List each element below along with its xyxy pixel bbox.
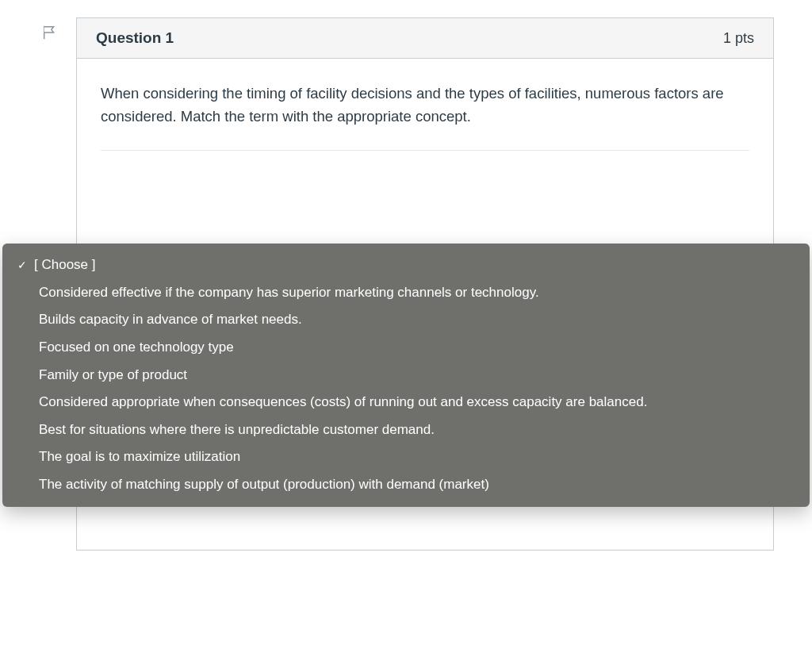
question-points: 1 pts [723, 30, 754, 47]
dropdown-option-label: Family or type of product [34, 366, 795, 386]
dropdown-option-label: The goal is to maximize utilization [34, 447, 795, 467]
dropdown-option-label: Considered appropriate when consequences… [34, 393, 795, 412]
dropdown-option[interactable]: Focused on one technology type [13, 334, 799, 362]
dropdown-option-label: Focused on one technology type [34, 338, 795, 358]
dropdown-option-label: Considered effective if the company has … [34, 283, 795, 303]
flag-icon[interactable] [41, 24, 59, 44]
dropdown-option-choose[interactable]: ✓ [ Choose ] [13, 251, 799, 279]
dropdown-option[interactable]: Considered appropriate when consequences… [13, 389, 799, 416]
dropdown-option[interactable]: Best for situations where there is unpre… [13, 416, 799, 444]
dropdown-option[interactable]: Family or type of product [13, 362, 799, 389]
dropdown-option-label: Best for situations where there is unpre… [34, 420, 795, 440]
dropdown-option[interactable]: Considered effective if the company has … [13, 279, 799, 307]
dropdown-option-label: Builds capacity in advance of market nee… [34, 310, 795, 330]
check-icon: ✓ [17, 257, 28, 273]
dropdown-option-label: [ Choose ] [34, 255, 795, 275]
dropdown-menu[interactable]: ✓ [ Choose ] Considered effective if the… [2, 244, 810, 507]
question-header: Question 1 1 pts [77, 18, 773, 59]
question-title: Question 1 [96, 29, 174, 47]
dropdown-option[interactable]: Builds capacity in advance of market nee… [13, 306, 799, 334]
question-prompt: When considering the timing of facility … [101, 82, 749, 128]
dropdown-option-label: The activity of matching supply of outpu… [34, 475, 795, 495]
dropdown-option[interactable]: The activity of matching supply of outpu… [13, 471, 799, 499]
dropdown-option[interactable]: The goal is to maximize utilization [13, 443, 799, 471]
